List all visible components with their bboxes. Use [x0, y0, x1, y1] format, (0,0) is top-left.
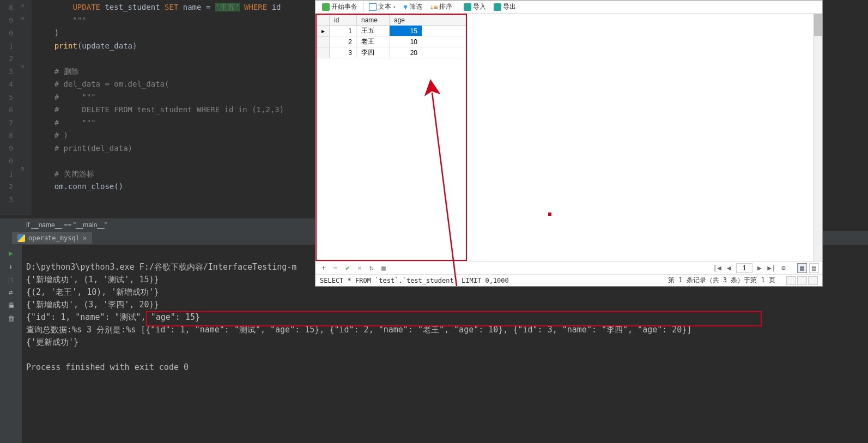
- delete-row-button[interactable]: −: [331, 263, 341, 273]
- add-row-button[interactable]: +: [319, 263, 329, 273]
- sort-button[interactable]: ↓≡排序: [427, 1, 456, 13]
- console-line: {'新增成功', (1, '测试', 15)}: [26, 275, 159, 284]
- table-row[interactable]: ▸1王五15: [317, 26, 466, 37]
- cell-name[interactable]: 王五: [357, 26, 390, 37]
- export-button[interactable]: 导出: [490, 1, 519, 13]
- stop-icon[interactable]: ↓: [7, 262, 15, 270]
- db-toolbar: 开始事务 文本▾ ▼筛选 ↓≡排序 导入 导出: [315, 1, 822, 14]
- col-header-age[interactable]: age: [390, 15, 422, 26]
- db-bottom-toolbar: + − ✔ × ↻ ■ |◀ ◀ ▶ ▶| ⚙ ▦ ▤: [315, 261, 822, 274]
- status-icon[interactable]: [797, 276, 807, 285]
- cancel-button[interactable]: ×: [355, 263, 365, 273]
- form-view-button[interactable]: ▤: [809, 263, 819, 273]
- db-status-bar: SELECT * FROM `test`.`test_student` LIMI…: [315, 274, 822, 286]
- trash-icon[interactable]: 🗑: [7, 314, 15, 323]
- dropdown-icon: ▾: [393, 4, 396, 10]
- console-line: 查询总数据:%s 3 分别是:%s: [26, 325, 136, 335]
- breadcrumb[interactable]: if __name__ == "__main__": [0, 218, 315, 231]
- begin-transaction-button[interactable]: 开始事务: [319, 1, 361, 13]
- line-number-gutter: 8901234567890123: [0, 0, 16, 215]
- console-tab[interactable]: operate_mysql ×: [12, 232, 92, 244]
- row-header-blank: [317, 15, 330, 26]
- fold-icon[interactable]: ⊟: [21, 2, 24, 8]
- col-header-name[interactable]: name: [357, 15, 390, 26]
- text-button[interactable]: 文本▾: [366, 1, 399, 13]
- code-content[interactable]: UPDATE test_student SET name = '王五' WHER…: [32, 0, 315, 215]
- import-icon: [464, 3, 471, 11]
- highlight-box: [146, 311, 762, 326]
- rerun-icon[interactable]: ▶: [7, 248, 15, 257]
- code-editor: 8901234567890123 ⊟ ⊟ ⊟ ⊟ UPDATE test_stu…: [0, 0, 315, 215]
- scrollbar-thumb[interactable]: [814, 14, 822, 36]
- cell-id[interactable]: 3: [330, 47, 357, 58]
- table-row[interactable]: 3李四20: [317, 47, 466, 58]
- soft-wrap-icon[interactable]: ⇄: [7, 288, 15, 296]
- tx-icon: [322, 3, 330, 11]
- filter-icon: ▼: [403, 3, 407, 11]
- console-gutter: ▶ ↓ ⬚ ⇄ 🖶 🗑: [0, 245, 22, 443]
- row-pointer: ▸: [317, 26, 330, 37]
- last-page-button[interactable]: ▶|: [767, 263, 776, 273]
- page-input[interactable]: [736, 263, 752, 273]
- fold-icon[interactable]: ⊟: [21, 166, 24, 172]
- result-table[interactable]: id name age ▸1王五152老王103李四20: [317, 15, 466, 58]
- cell-age[interactable]: 15: [390, 26, 422, 37]
- grid-view-button[interactable]: ▦: [797, 263, 807, 273]
- console-line: {'更新成功'}: [26, 337, 78, 347]
- status-icon[interactable]: [786, 276, 796, 285]
- next-page-button[interactable]: ▶: [755, 263, 764, 273]
- sort-icon: ↓≡: [430, 3, 438, 11]
- status-sql: SELECT * FROM `test`.`test_student` LIMI…: [320, 277, 509, 284]
- close-icon[interactable]: ×: [83, 234, 87, 242]
- console-tab-label: operate_mysql: [28, 234, 80, 242]
- console-line: D:\python3\python3.exe F:/谷歌下载内容/Interfa…: [26, 262, 296, 272]
- fold-column: ⊟ ⊟ ⊟ ⊟: [16, 0, 32, 215]
- cell-age[interactable]: 10: [390, 37, 422, 47]
- text-icon: [369, 3, 377, 11]
- filter-button[interactable]: ▼筛选: [400, 1, 425, 13]
- settings-button[interactable]: ⚙: [779, 263, 788, 273]
- col-header-blank: [422, 15, 466, 26]
- stop-button[interactable]: ■: [379, 263, 389, 273]
- layout-icon[interactable]: ⬚: [7, 275, 15, 283]
- console-line: Process finished with exit code 0: [26, 362, 189, 372]
- first-page-button[interactable]: |◀: [712, 263, 722, 273]
- cell-name[interactable]: 李四: [357, 47, 390, 58]
- status-page-info: 第 1 条记录（共 3 条）于第 1 页: [668, 276, 775, 285]
- row-pointer: [317, 47, 330, 58]
- cell-id[interactable]: 2: [330, 37, 357, 47]
- apply-button[interactable]: ✔: [343, 263, 353, 273]
- fold-icon[interactable]: ⊟: [21, 15, 24, 21]
- result-table-highlight: id name age ▸1王五152老王103李四20: [315, 14, 467, 261]
- table-row[interactable]: 2老王10: [317, 37, 466, 47]
- status-icon[interactable]: [808, 276, 818, 285]
- row-pointer: [317, 37, 330, 47]
- database-panel: 开始事务 文本▾ ▼筛选 ↓≡排序 导入 导出 id name age ▸1王五…: [315, 0, 823, 287]
- import-button[interactable]: 导入: [460, 1, 489, 13]
- cell-name[interactable]: 老王: [357, 37, 390, 47]
- cell-age[interactable]: 20: [390, 47, 422, 58]
- cell-id[interactable]: 1: [330, 26, 357, 37]
- vertical-scrollbar[interactable]: [813, 14, 822, 261]
- fold-icon[interactable]: ⊟: [21, 63, 24, 69]
- print-icon[interactable]: 🖶: [7, 301, 15, 310]
- console-line: {'新增成功', (3, '李四', 20)}: [26, 300, 159, 310]
- col-header-id[interactable]: id: [330, 15, 357, 26]
- refresh-button[interactable]: ↻: [367, 263, 377, 273]
- python-icon: [17, 234, 25, 242]
- console-line: {(2, '老王', 10), '新增成功'}: [26, 287, 159, 297]
- prev-page-button[interactable]: ◀: [724, 263, 734, 273]
- export-icon: [494, 3, 501, 11]
